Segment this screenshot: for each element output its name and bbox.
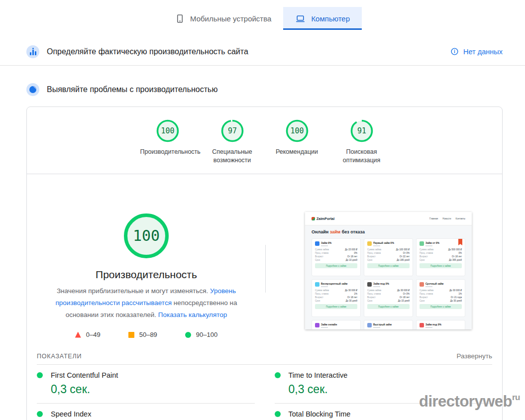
- field-section-title: Определяйте фактическую производительнос…: [47, 47, 248, 56]
- page-screenshot-thumbnail: ZaimPortal ГлавнаяНовостиКонтакты Онлайн…: [305, 212, 472, 329]
- field-data-section: Определяйте фактическую производительнос…: [0, 38, 525, 66]
- thumb-offer-row: Проц. ставка 1%: [420, 292, 462, 296]
- watermark-text: directoryweb: [419, 393, 512, 410]
- thumb-offer-row: Возраст От 21 года: [420, 296, 462, 299]
- tab-mobile-label: Мобильные устройства: [190, 14, 271, 23]
- thumb-offer-title: Первый займ 0%: [373, 241, 394, 244]
- tab-desktop[interactable]: Компьютер: [283, 7, 362, 30]
- thumb-row-label: Сумма займа: [367, 289, 381, 292]
- thumb-offer-rows: Сумма займа До 15 000 ₽ Проц. ставка 0%: [315, 248, 357, 262]
- thumb-offer-rows: Сумма займа До 100 000 ₽ Проц. ставка От…: [367, 248, 410, 262]
- thumb-offer-icon: [315, 282, 319, 287]
- thumb-site-logo: ZaimPortal: [312, 217, 334, 220]
- thumb-offer-subtitle: [321, 327, 328, 328]
- column-divider: [265, 245, 266, 293]
- thumb-row-label: Проц. ставка: [315, 251, 328, 255]
- thumb-offer-row: Срок До 180 дней: [367, 258, 410, 262]
- tab-desktop-label: Компьютер: [311, 14, 350, 23]
- thumb-offer-button: Подробнее о займе: [315, 304, 357, 309]
- metric-status-dot-icon: [37, 411, 43, 417]
- thumb-offer-icon: [315, 241, 319, 246]
- thumb-offer-rows: Сумма займа До 100 000 ₽: [420, 329, 462, 330]
- performance-title: Производительность: [27, 269, 266, 281]
- thumb-offer-icon: [420, 282, 424, 287]
- gauge-score: 97: [227, 126, 236, 135]
- thumb-row-value: До 15 дней: [398, 299, 410, 303]
- thumb-heading-post: без отказа: [340, 229, 365, 234]
- thumb-offer-icon: [315, 323, 319, 327]
- metrics-heading: ПОКАЗАТЕЛИ: [37, 353, 82, 360]
- thumb-offer-row: Проц. ставка От 0%: [367, 251, 410, 255]
- thumb-offer-title: Займ 0%: [321, 241, 331, 244]
- thumb-offer-rows: Сумма займа До 500 000 ₽ Проц. ставка 0%: [420, 248, 462, 262]
- thumb-offer-title: Быстрый займ: [373, 323, 392, 326]
- gauge-label: Поисковая оптимизация: [334, 148, 389, 165]
- metric-status-dot-icon: [37, 372, 43, 378]
- thumb-row-label: Возраст: [367, 255, 376, 258]
- thumb-site-header: ZaimPortal ГлавнаяНовостиКонтакты: [305, 212, 472, 225]
- thumb-offer-row: Проц. ставка 1%: [315, 292, 357, 296]
- thumb-row-value: До 10 дней: [346, 258, 357, 262]
- category-gauge[interactable]: 97 Специальные возможности: [200, 119, 265, 165]
- category-gauge[interactable]: 91 Поисковая оптимизация: [329, 119, 394, 165]
- gauge-label: Специальные возможности: [205, 148, 260, 165]
- category-gauge[interactable]: 100 Рекомендации: [265, 119, 329, 165]
- score-legend: 0–49 50–89 90–100: [27, 331, 266, 338]
- desktop-computer-icon: [295, 14, 306, 23]
- thumb-offer-subtitle: [373, 286, 380, 287]
- thumb-row-label: Сумма займа: [315, 248, 329, 251]
- score-gauge-icon: 97: [220, 119, 244, 143]
- thumb-row-value: До 30 000 ₽: [397, 289, 410, 292]
- thumb-nav-link: Контакты: [456, 217, 465, 220]
- metric-row: Speed Index: [37, 404, 255, 420]
- thumb-offer-button: Подробнее о займе: [420, 263, 462, 268]
- show-calculator-link[interactable]: Показать калькулятор: [158, 311, 227, 318]
- thumb-offer-title: Займ онлайн: [321, 323, 337, 326]
- thumb-offer-row: Проц. ставка 0%: [315, 251, 357, 255]
- thumb-offer-subtitle: [321, 286, 328, 287]
- thumb-offer-row: Срок До 30 дней: [315, 299, 357, 303]
- no-data-link[interactable]: Нет данных: [450, 47, 503, 56]
- thumb-nav-link: Главная: [429, 217, 438, 220]
- thumb-offer-subtitle: [425, 245, 432, 246]
- gauge-score: 100: [161, 126, 174, 135]
- metrics-header: ПОКАЗАТЕЛИ Развернуть: [37, 352, 492, 360]
- thumb-offer-row: Срок До 365 дней: [420, 258, 462, 262]
- thumb-offer-rows: Сумма займа До 20 000 ₽: [367, 329, 410, 330]
- thumb-row-value: От 0%: [403, 292, 410, 296]
- thumb-offer-row: Срок До 30 дней: [420, 299, 462, 303]
- thumb-offer-row: Сумма займа До 30 000 ₽: [315, 289, 357, 292]
- category-gauge[interactable]: 100 Производительность: [135, 119, 200, 165]
- thumb-offer-subtitle: [373, 245, 380, 246]
- legend-item: 0–49: [75, 331, 101, 338]
- lighthouse-report-card: 100 Производительность 97 Специальные во…: [26, 106, 503, 420]
- tab-mobile[interactable]: Мобильные устройства: [163, 7, 283, 30]
- thumb-offer-card: Беспроцентный займ Сумма займа До 30 000…: [312, 279, 361, 317]
- thumb-offer-icon: [420, 241, 424, 246]
- thumb-offer-row: Возраст От 18 лет: [420, 255, 462, 258]
- metric-name: Time to Interactive: [289, 371, 348, 379]
- thumb-row-value: От 18 лет: [347, 255, 357, 258]
- metric-name: Total Blocking Time: [289, 410, 351, 418]
- thumb-row-value: До 20 000 ₽: [397, 329, 410, 330]
- thumb-offer-row: Сумма займа До 100 000 ₽: [420, 329, 462, 330]
- thumb-row-value: 0%: [354, 251, 357, 255]
- metric-status-dot-icon: [275, 372, 281, 378]
- performance-summary: 100 Производительность Значения приблизи…: [27, 174, 266, 338]
- thumb-offer-button: Подробнее о займе: [315, 263, 357, 268]
- thumb-offer-grid: Займ 0% Сумма займа До 15 000 ₽: [312, 238, 465, 329]
- expand-link[interactable]: Развернуть: [456, 352, 492, 360]
- thumb-offer-card: Займ 0% Сумма займа До 15 000 ₽: [312, 238, 361, 276]
- thumb-offer-button: Подробнее о займе: [367, 304, 410, 309]
- thumb-site-heading: Онлайн займ без отказа: [312, 229, 465, 234]
- thumb-row-value: От 21 года: [451, 296, 462, 299]
- thumb-row-label: Срок: [315, 258, 320, 262]
- thumb-row-label: Сумма займа: [420, 289, 433, 292]
- metric-row: First Contentful Paint 0,3 сек.: [37, 365, 255, 404]
- metric-status-dot-icon: [275, 411, 281, 417]
- thumb-row-value: До 100 000 ₽: [396, 248, 410, 251]
- thumb-offer-row: Проц. ставка 0%: [420, 251, 462, 255]
- thumb-offer-button: Подробнее о займе: [367, 263, 410, 268]
- thumb-offer-title: Беспроцентный займ: [321, 282, 347, 285]
- thumb-offer-row: Сумма займа До 500 000 ₽: [420, 248, 462, 251]
